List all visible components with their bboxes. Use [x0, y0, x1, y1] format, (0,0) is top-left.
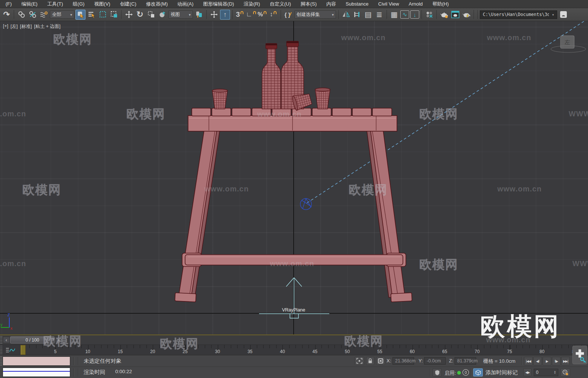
redo-icon[interactable]: ↷ — [1, 10, 12, 20]
rectangular-selection-region-icon[interactable] — [98, 10, 108, 20]
select-object-button[interactable] — [75, 10, 85, 20]
menu-item[interactable]: 动画(A) — [172, 0, 198, 8]
select-and-scale-icon[interactable] — [146, 10, 156, 20]
viewcube[interactable]: 左 — [551, 36, 586, 52]
zero-badge-button[interactable]: 0 — [462, 369, 469, 376]
curve-editor-icon[interactable]: ∿ — [400, 10, 409, 19]
menu-item[interactable]: 视图(V) — [89, 0, 115, 8]
viewport-left[interactable]: [+] [左] [标准] [粘土 + 边面] — [0, 21, 588, 335]
z-coord-field[interactable]: 81.379cm — [455, 357, 476, 365]
keyboard-override-toggle[interactable]: ↑ — [220, 10, 230, 20]
spinner-snap-icon[interactable]: ↕ — [268, 10, 278, 20]
table-object[interactable] — [175, 108, 412, 302]
viewport-menu-shading[interactable]: [粘土 + 边面] — [34, 23, 61, 30]
menu-item[interactable]: 编辑(E) — [17, 0, 42, 8]
render-setup-icon[interactable] — [439, 10, 449, 20]
glass-right-object[interactable] — [315, 88, 330, 109]
separator — [74, 357, 74, 365]
menu-item[interactable]: 工具(T) — [42, 0, 68, 8]
menu-item[interactable]: 帮助(H) — [427, 0, 453, 8]
use-pivot-center-icon[interactable] — [194, 10, 204, 20]
statusbar-grip[interactable] — [0, 356, 2, 366]
trackbar-grip[interactable] — [0, 346, 2, 354]
select-and-link-icon[interactable] — [16, 10, 26, 20]
macro-recorder-panel[interactable] — [3, 356, 70, 366]
vrayplane-object[interactable]: VRayPlane — [259, 278, 329, 318]
project-folder-field[interactable]: C:\Users\Han\Documents\3ds Max 2022 ▾ — [480, 10, 557, 19]
snap-toggle-3d-icon[interactable]: 3 — [235, 10, 245, 20]
set-key-button[interactable] — [572, 346, 587, 364]
angle-snap-icon[interactable]: ∟ — [246, 10, 256, 20]
edit-named-selection-sets-icon[interactable]: { } — [283, 10, 293, 20]
menu-item[interactable]: Arnold — [404, 0, 428, 8]
layer-manager-icon[interactable]: ▤ — [363, 10, 373, 20]
scene-explorer-icon[interactable]: ≣ — [374, 10, 384, 20]
go-to-start-button-button[interactable]: |◀◀ — [524, 357, 533, 365]
track-bar[interactable]: 0510152025303540455055606570758085 — [0, 345, 588, 355]
select-and-rotate-icon[interactable]: ↻ — [135, 10, 145, 20]
x-coord-field[interactable]: 21.368cm — [392, 357, 414, 365]
select-by-name-icon[interactable] — [87, 10, 97, 20]
next-frame-button-button[interactable]: ‖▶ — [552, 357, 560, 365]
absolute-offset-mode-toggle[interactable] — [376, 357, 385, 365]
frame-number: 55 — [377, 349, 382, 354]
play-button-button[interactable]: ▶ — [543, 357, 551, 365]
mini-curve-editor-button[interactable] — [4, 346, 17, 354]
select-and-place-icon[interactable] — [157, 10, 167, 20]
time-slider-next-button[interactable]: › — [55, 337, 62, 343]
menu-item[interactable]: 自定义(U) — [265, 0, 296, 8]
sphere-helper-object[interactable] — [300, 198, 311, 210]
toolbar-grip[interactable] — [0, 336, 2, 344]
go-to-end-button-button[interactable]: ▶▶| — [561, 357, 570, 365]
time-tag-cube-button[interactable] — [473, 368, 483, 377]
selection-lock-toggle[interactable] — [366, 357, 374, 365]
current-frame-field[interactable]: 0 ▲▼ — [534, 369, 558, 376]
frame-spinner[interactable]: ▲▼ — [554, 371, 556, 374]
window-crossing-icon[interactable] — [109, 10, 119, 20]
mirror-icon[interactable] — [341, 10, 351, 20]
unlink-selection-icon[interactable] — [28, 10, 38, 20]
rendered-frame-window-icon[interactable] — [450, 10, 460, 20]
safe-frames-shield-button[interactable] — [433, 368, 442, 377]
percent-snap-icon[interactable]: % — [257, 10, 267, 20]
material-editor-icon[interactable] — [424, 10, 434, 20]
menu-item[interactable]: 脚本(S) — [296, 0, 322, 8]
isolate-selection-toggle[interactable] — [355, 357, 364, 365]
separator — [430, 368, 430, 377]
menu-item[interactable]: Civil View — [374, 0, 404, 8]
viewport-menu-general[interactable]: [+] — [3, 23, 8, 30]
named-selection-set-dropdown[interactable]: 创建选择集 ▾ — [294, 10, 336, 19]
current-frame-marker[interactable] — [20, 345, 26, 355]
menu-item[interactable]: 渲染(R) — [239, 0, 265, 8]
render-production-icon[interactable] — [461, 10, 471, 20]
viewport-menu-standard[interactable]: [标准] — [20, 23, 32, 30]
menu-item[interactable]: 图形编辑器(D) — [198, 0, 239, 8]
menu-item[interactable]: (F) — [1, 0, 17, 8]
select-and-move-icon[interactable] — [124, 10, 134, 20]
ribbon-toggle-icon[interactable]: ▦ — [389, 10, 399, 20]
toolbar-overflow-icon[interactable] — [558, 10, 568, 20]
previous-frame-button-button[interactable]: ◀‖ — [533, 357, 542, 365]
time-slider-handle[interactable]: 0 / 100 — [10, 336, 55, 343]
key-mode-toggle[interactable]: ◀▶ — [523, 368, 532, 376]
bottle-left-object[interactable] — [262, 43, 281, 109]
menu-item[interactable]: Substance — [341, 0, 373, 8]
viewport-menu-pov[interactable]: [左] — [10, 23, 17, 30]
time-configuration-button[interactable] — [560, 368, 570, 377]
maxscript-mini-listener[interactable] — [3, 368, 70, 377]
select-and-manipulate-icon[interactable] — [209, 10, 219, 20]
menu-item[interactable]: 修改器(M) — [141, 0, 173, 8]
frame-number: 80 — [540, 349, 545, 354]
align-icon[interactable] — [352, 10, 362, 20]
selection-filter-dropdown[interactable]: 全部 ▾ — [50, 10, 74, 19]
glass-left-object[interactable] — [212, 89, 227, 109]
schematic-view-icon[interactable]: ↓ — [410, 10, 419, 19]
add-time-tag-text[interactable]: 添加时间标记 — [485, 369, 518, 376]
menu-item[interactable]: 创建(C) — [115, 0, 141, 8]
bind-to-spacewarp-icon[interactable] — [39, 10, 49, 20]
y-coord-field[interactable]: -0.0cm — [424, 357, 446, 365]
menu-item[interactable]: 组(G) — [68, 0, 90, 8]
reference-coordinate-dropdown[interactable]: 视图 ▾ — [168, 10, 193, 19]
menu-item[interactable]: 内容 — [322, 0, 341, 8]
time-slider-prev-button[interactable]: ‹ — [3, 337, 10, 343]
